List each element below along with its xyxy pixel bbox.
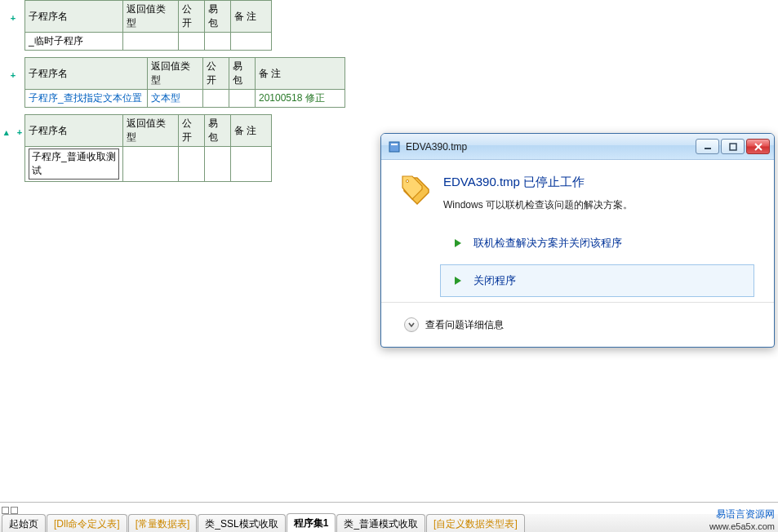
svg-rect-0 [389, 142, 399, 152]
chevron-down-icon [404, 317, 419, 332]
minimize-button[interactable] [696, 139, 719, 154]
tab-dll[interactable]: [Dll命令定义表] [47, 514, 127, 532]
dialog-title: EDVA390.tmp 已停止工作 [443, 175, 633, 190]
col-ret: 返回值类型 [123, 115, 179, 147]
details-label: 查看问题详细信息 [425, 318, 504, 332]
table-row[interactable]: 子程序_查找指定文本位置 文本型 20100518 修正 [25, 90, 345, 108]
action-close-program[interactable]: 关闭程序 [440, 264, 754, 297]
col-pkg: 易包 [205, 1, 231, 33]
cell-ret[interactable]: 文本型 [148, 90, 203, 108]
action-label: 关闭程序 [473, 273, 516, 288]
error-dialog: EDVA390.tmp EDVA390.tmp 已停止工作 Windows 可以… [380, 133, 775, 348]
bottom-bar: 起始页 [Dll命令定义表] [常量数据表] 类_SSL模式收取 程序集1 类_… [0, 502, 778, 532]
col-note: 备 注 [231, 115, 272, 147]
tab-const[interactable]: [常量数据表] [128, 514, 198, 532]
col-pkg: 易包 [229, 58, 256, 90]
cell-name[interactable]: 子程序_查找指定文本位置 [25, 90, 148, 108]
col-pub: 公开 [203, 58, 229, 90]
cell-pub[interactable] [179, 147, 205, 182]
view-details-toggle[interactable]: 查看问题详细信息 [401, 308, 754, 339]
col-pub: 公开 [179, 115, 205, 147]
tab-customtype[interactable]: [自定义数据类型表] [426, 514, 525, 532]
selector-marker[interactable] [11, 507, 18, 514]
action-label: 联机检查解决方案并关闭该程序 [473, 236, 622, 250]
tab-programset1[interactable]: 程序集1 [287, 513, 336, 532]
tab-ssl[interactable]: 类_SSL模式收取 [198, 514, 285, 532]
svg-rect-3 [730, 144, 736, 150]
tab-strip: 起始页 [Dll命令定义表] [常量数据表] 类_SSL模式收取 程序集1 类_… [0, 514, 778, 532]
action-check-online[interactable]: 联机检查解决方案并关闭该程序 [440, 227, 754, 259]
col-name: 子程序名 [25, 1, 123, 33]
app-icon [388, 140, 401, 153]
divider [381, 302, 774, 303]
cell-note[interactable] [231, 147, 272, 182]
col-name: 子程序名 [25, 115, 123, 147]
expand-marker[interactable]: + [15, 127, 24, 138]
cell-note[interactable] [231, 33, 272, 51]
sub-table-2: 子程序名 返回值类型 公开 易包 备 注 子程序_查找指定文本位置 文本型 20… [24, 57, 345, 108]
sub-table-3: 子程序名 返回值类型 公开 易包 备 注 子程序_普通收取测试 [24, 114, 272, 182]
col-name: 子程序名 [25, 58, 148, 90]
col-ret: 返回值类型 [148, 58, 203, 90]
svg-point-7 [406, 180, 408, 182]
arrow-right-icon [452, 275, 464, 286]
cell-pkg[interactable] [205, 33, 231, 51]
cell-name-editing[interactable]: 子程序_普通收取测试 [25, 147, 123, 182]
col-note: 备 注 [256, 58, 345, 90]
sub-table-1: 子程序名 返回值类型 公开 易包 备 注 _临时子程序 [24, 0, 272, 51]
dialog-subtitle: Windows 可以联机检查该问题的解决方案。 [443, 198, 633, 212]
table-row[interactable]: 子程序_普通收取测试 [25, 147, 272, 182]
col-pkg: 易包 [205, 115, 231, 147]
dialog-window-title: EDVA390.tmp [406, 141, 696, 153]
warning-tag-icon [401, 175, 432, 206]
svg-rect-1 [391, 144, 398, 145]
col-ret: 返回值类型 [123, 1, 179, 33]
col-pub: 公开 [179, 1, 205, 33]
cell-note[interactable]: 20100518 修正 [256, 90, 345, 108]
cell-pkg[interactable] [205, 147, 231, 182]
expand-marker[interactable]: + [8, 70, 18, 80]
cell-pub[interactable] [203, 90, 229, 108]
selector-marker[interactable] [2, 507, 9, 514]
cell-ret[interactable] [123, 33, 179, 51]
tab-start[interactable]: 起始页 [2, 514, 46, 532]
table-row[interactable]: _临时子程序 [25, 33, 272, 51]
cell-name[interactable]: _临时子程序 [25, 33, 123, 51]
col-note: 备 注 [231, 1, 272, 33]
tab-normal[interactable]: 类_普通模式收取 [336, 514, 425, 532]
arrow-right-icon [452, 237, 464, 249]
brand-watermark: 易语言资源网 www.e5a5x.com [709, 508, 775, 531]
maximize-button[interactable] [721, 139, 745, 154]
dialog-titlebar[interactable]: EDVA390.tmp [381, 134, 774, 160]
cell-pkg[interactable] [229, 90, 256, 108]
expand-marker[interactable]: ▴ [2, 127, 11, 138]
cell-pub[interactable] [179, 33, 205, 51]
cell-ret[interactable] [123, 147, 179, 182]
close-button[interactable] [746, 139, 770, 154]
expand-marker[interactable]: + [8, 13, 18, 23]
